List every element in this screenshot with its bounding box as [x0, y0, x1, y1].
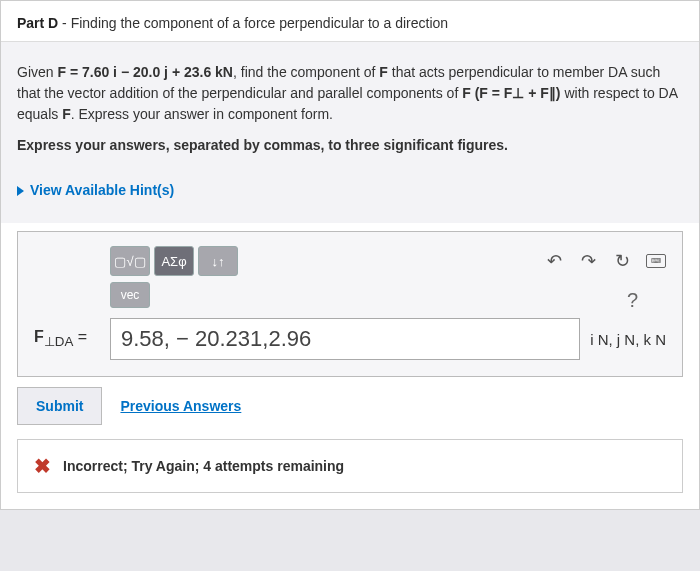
- sym: F: [379, 64, 388, 80]
- given-equation: F = 7.60 i − 20.0 j + 23.6 kN: [57, 64, 233, 80]
- subscript-button[interactable]: ↓↑: [198, 246, 238, 276]
- answer-input[interactable]: [110, 318, 580, 360]
- previous-answers-link[interactable]: Previous Answers: [120, 398, 241, 414]
- icon-label: vec: [121, 288, 140, 302]
- problem-statement: Given F = 7.60 i − 20.0 j + 23.6 kN, fin…: [17, 62, 683, 125]
- feedback-box: ✖ Incorrect; Try Again; 4 attempts remai…: [17, 439, 683, 493]
- chevron-right-icon: [17, 186, 24, 196]
- sym: F: [62, 106, 71, 122]
- part-title: - Finding the component of a force perpe…: [58, 15, 448, 31]
- icon-label: ↓↑: [212, 254, 225, 269]
- text: , find the component of: [233, 64, 379, 80]
- help-icon[interactable]: ?: [627, 289, 638, 312]
- variable-label: F⊥DA =: [34, 328, 100, 349]
- view-hints-toggle[interactable]: View Available Hint(s): [17, 180, 174, 201]
- text: . Express your answer in component form.: [71, 106, 333, 122]
- answer-area: ▢√▢ ΑΣφ ↓↑ ↶ ↷ ↻ ⌨ vec ? F⊥DA = i N, j N…: [17, 231, 683, 377]
- instruction-text: Express your answers, separated by comma…: [17, 135, 683, 156]
- undo-icon[interactable]: ↶: [544, 251, 564, 271]
- icon-label: ▢√▢: [114, 254, 145, 269]
- sym: F (F = F⊥ + F∥): [462, 85, 560, 101]
- text: Given: [17, 64, 57, 80]
- vector-button[interactable]: vec: [110, 282, 150, 308]
- symbols-button[interactable]: ΑΣφ: [154, 246, 194, 276]
- keyboard-icon[interactable]: ⌨: [646, 251, 666, 271]
- equation-toolbar: ▢√▢ ΑΣφ ↓↑ ↶ ↷ ↻ ⌨: [110, 246, 666, 276]
- feedback-text: Incorrect; Try Again; 4 attempts remaini…: [63, 458, 344, 474]
- problem-body: Given F = 7.60 i − 20.0 j + 23.6 kN, fin…: [1, 42, 699, 223]
- part-label: Part D: [17, 15, 58, 31]
- part-header: Part D - Finding the component of a forc…: [1, 1, 699, 42]
- template-button[interactable]: ▢√▢: [110, 246, 150, 276]
- icon-label: ΑΣφ: [161, 254, 186, 269]
- redo-icon[interactable]: ↷: [578, 251, 598, 271]
- hint-label: View Available Hint(s): [30, 180, 174, 201]
- units-label: i N, j N, k N: [590, 331, 666, 348]
- reset-icon[interactable]: ↻: [612, 251, 632, 271]
- submit-button[interactable]: Submit: [17, 387, 102, 425]
- incorrect-icon: ✖: [34, 454, 51, 478]
